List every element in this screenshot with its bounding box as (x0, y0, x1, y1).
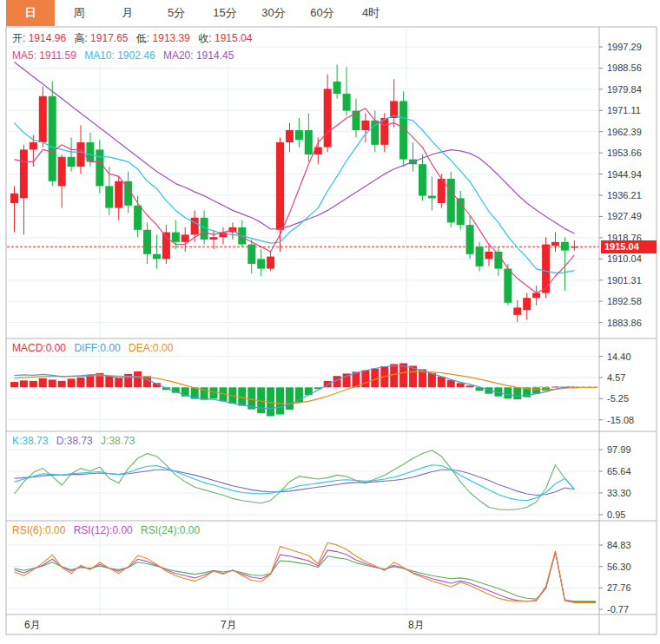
main-axis-label: 1953.66 (607, 147, 656, 159)
open-label: 开: (12, 32, 25, 44)
kdj-axis-label: 97.99 (607, 444, 656, 456)
rsi12-value: RSI(12):0.00 (74, 524, 133, 536)
macd-axis-label: 4.57 (607, 371, 656, 384)
current-price-badge: 1915.04 (601, 240, 657, 253)
xaxis-month-label: 6月 (24, 618, 41, 633)
high-label: 高: (74, 32, 87, 44)
main-axis-label: 1979.84 (607, 83, 656, 95)
low-value: 1913.39 (153, 32, 190, 44)
open-value: 1914.96 (29, 32, 66, 44)
rsi-axis-label: 56.30 (607, 561, 656, 573)
close-value: 1915.04 (214, 32, 252, 44)
main-axis-label: 1971.11 (607, 104, 656, 116)
j-value: J:38.73 (101, 435, 135, 447)
rsi24-value: RSI(24):0.00 (141, 524, 200, 536)
ohlc-info-row: 开: 1914.96 高: 1917.65 低: 1913.39 收: 1915… (12, 31, 257, 46)
rsi6-value: RSI(6):0.00 (12, 524, 65, 536)
main-axis-label: 1901.31 (607, 274, 656, 286)
main-axis-label: 1910.04 (607, 253, 656, 265)
main-axis-label: 1988.56 (607, 62, 656, 74)
main-axis-label: 1962.39 (607, 126, 656, 138)
kdj-axis-label: 65.64 (607, 465, 656, 477)
macd-axis-label: 14.40 (607, 351, 656, 363)
ma10-value: MA10: 1902.46 (84, 49, 155, 62)
main-axis-label: 1997.29 (607, 41, 656, 53)
rsi-axis-label: -0.77 (607, 603, 656, 615)
dea-value: DEA:0.00 (129, 342, 173, 354)
xaxis-month-label: 8月 (408, 618, 425, 633)
rsi-axis-label: 84.83 (607, 539, 656, 551)
macd-axis-label: -5.25 (607, 392, 656, 404)
main-axis-label: 1927.49 (607, 210, 656, 222)
close-label: 收: (198, 32, 211, 44)
kdj-axis-label: 0.95 (607, 509, 656, 521)
k-value: K:38.73 (12, 435, 48, 447)
main-axis-label: 1892.58 (607, 295, 656, 307)
main-axis-label: 1883.86 (607, 317, 656, 329)
xaxis-month-label: 7月 (221, 618, 237, 633)
macd-header-row: MACD:0.00 DIFF:0.00 DEA:0.00 (12, 342, 178, 354)
kdj-header-row: K:38.73 D:38.73 J:38.73 (12, 435, 140, 447)
kdj-axis-label: 33.30 (607, 487, 656, 499)
diff-value: DIFF:0.00 (74, 342, 120, 354)
rsi-header-row: RSI(6):0.00 RSI(12):0.00 RSI(24):0.00 (12, 524, 205, 536)
d-value: D:38.73 (56, 435, 93, 447)
rsi-axis-label: 27.76 (607, 582, 656, 594)
chart-canvas[interactable] (0, 0, 660, 644)
macd-axis-label: -15.08 (607, 414, 656, 426)
high-value: 1917.65 (90, 32, 128, 44)
main-axis-label: 1936.21 (607, 189, 656, 201)
ma-info-row: MA5: 1911.59 MA10: 1902.46 MA20: 1914.45 (12, 49, 239, 62)
ma5-value: MA5: 1911.59 (12, 49, 76, 62)
trading-chart-app: 日周月5分15分30分60分4时 开: 1914.96 高: 1917.65 低… (0, 0, 660, 644)
low-label: 低: (136, 32, 149, 44)
macd-value: MACD:0.00 (12, 342, 66, 354)
ma20-value: MA20: 1914.45 (163, 49, 234, 62)
main-axis-label: 1944.94 (607, 168, 656, 181)
